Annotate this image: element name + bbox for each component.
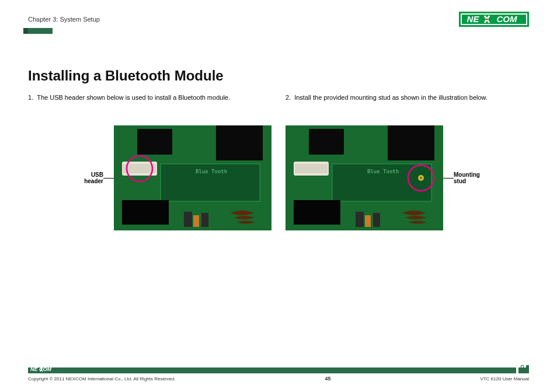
- svg-rect-33: [373, 213, 380, 227]
- footer-bar: [28, 368, 529, 373]
- chapter-label: Chapter 3: System Setup: [28, 16, 100, 23]
- callout-usb-header: USB header: [75, 172, 103, 184]
- svg-rect-9: [216, 125, 263, 160]
- column-left: 1. The USB header shown below is used to…: [28, 93, 271, 102]
- svg-rect-30: [294, 200, 340, 225]
- step-text: Install the provided mounting stud as sh…: [294, 93, 488, 102]
- page-number: 45: [325, 376, 331, 382]
- svg-rect-32: [365, 215, 371, 227]
- section-tab: [28, 28, 53, 34]
- svg-text:Blue Tooth: Blue Tooth: [367, 169, 399, 174]
- copyright-text: Copyright © 2011 NEXCOM International Co…: [28, 376, 176, 382]
- svg-rect-16: [184, 212, 192, 227]
- document-page: Chapter 3: System Setup NE COM Installin…: [0, 0, 557, 392]
- footer-text-row: Copyright © 2011 NEXCOM International Co…: [28, 376, 529, 382]
- instruction-columns: 1. The USB header shown below is used to…: [28, 93, 529, 102]
- nexcom-logo: NE COM: [459, 12, 529, 27]
- figure-left: USB header Blue Tooth: [28, 125, 271, 230]
- svg-rect-24: [295, 164, 328, 173]
- svg-text:Blue Tooth: Blue Tooth: [196, 169, 227, 174]
- svg-rect-17: [193, 215, 199, 227]
- svg-rect-8: [137, 129, 172, 155]
- circuit-board-image: Blue Tooth: [286, 125, 443, 230]
- footer-bar-gap: [516, 368, 518, 373]
- step-number: 1.: [28, 93, 33, 102]
- svg-text:NE: NE: [467, 14, 480, 24]
- footer-thumb-icon: [521, 365, 529, 373]
- step-text: The USB header shown below is used to in…: [37, 93, 230, 102]
- svg-rect-22: [388, 125, 434, 160]
- svg-rect-15: [122, 200, 169, 225]
- callout-text: Mounting: [454, 172, 480, 178]
- svg-text:COM: COM: [497, 14, 518, 24]
- callout-text: header: [84, 178, 103, 184]
- callout-mounting-stud: Mounting stud: [454, 172, 482, 184]
- figure-right: Blue Tooth Mounting stud: [286, 125, 529, 230]
- svg-rect-18: [201, 213, 208, 227]
- step-number: 2.: [286, 93, 291, 102]
- svg-rect-31: [356, 212, 364, 227]
- doc-title: VTC 6120 User Manual: [480, 376, 529, 382]
- step-1: 1. The USB header shown below is used to…: [28, 93, 271, 102]
- callout-text: USB: [91, 172, 103, 178]
- nexcom-logo-small: NE COM: [30, 366, 63, 372]
- step-2: 2. Install the provided mounting stud as…: [286, 93, 529, 102]
- circuit-board-image: Blue Tooth: [114, 125, 271, 230]
- figure-row: USB header Blue Tooth: [28, 125, 529, 230]
- callout-leader-line: [443, 178, 454, 178]
- svg-rect-11: [123, 164, 156, 173]
- header-row: Chapter 3: System Setup NE COM: [28, 12, 529, 27]
- column-right: 2. Install the provided mounting stud as…: [286, 93, 529, 102]
- callout-leader-line: [103, 178, 114, 178]
- svg-rect-21: [309, 129, 344, 155]
- callout-text: stud: [454, 178, 466, 184]
- page-title: Installing a Bluetooth Module: [28, 68, 529, 84]
- svg-point-5: [486, 19, 488, 20]
- svg-point-28: [420, 177, 422, 179]
